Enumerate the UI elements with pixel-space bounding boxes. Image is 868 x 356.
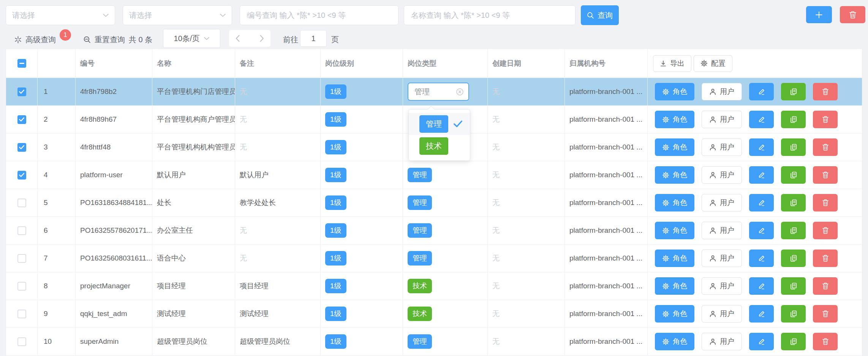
copy-button[interactable] bbox=[781, 138, 806, 156]
user-button[interactable]: 用户 bbox=[702, 222, 742, 239]
copy-icon bbox=[790, 254, 797, 262]
dropdown-option-manage[interactable]: 管理 bbox=[409, 113, 470, 135]
role-button-label: 角色 bbox=[673, 281, 687, 291]
delete-button[interactable] bbox=[813, 166, 838, 184]
add-button[interactable] bbox=[806, 6, 832, 23]
edit-button[interactable] bbox=[749, 83, 774, 100]
person-icon bbox=[709, 199, 716, 207]
gear-icon bbox=[662, 116, 669, 123]
delete-button[interactable] bbox=[813, 194, 838, 211]
type-select[interactable]: 管理 bbox=[408, 83, 469, 101]
row-org: platform-branch-001 ... bbox=[565, 328, 648, 355]
page-size-select[interactable]: 10条/页 bbox=[163, 29, 220, 48]
row-org: platform-branch-001 ... bbox=[565, 106, 648, 133]
row-type-cell: 管理 bbox=[403, 161, 488, 189]
name-search-input[interactable] bbox=[404, 5, 576, 25]
code-search-input[interactable] bbox=[240, 5, 398, 25]
clear-icon[interactable] bbox=[456, 88, 464, 96]
copy-button[interactable] bbox=[781, 111, 806, 128]
role-button[interactable]: 角色 bbox=[655, 194, 694, 211]
copy-button[interactable] bbox=[781, 222, 806, 239]
copy-button[interactable] bbox=[781, 194, 806, 211]
row-checkbox[interactable] bbox=[17, 337, 26, 346]
role-button[interactable]: 角色 bbox=[655, 250, 694, 267]
role-button[interactable]: 角色 bbox=[655, 333, 694, 350]
next-page-button[interactable] bbox=[260, 35, 264, 42]
copy-button[interactable] bbox=[781, 166, 806, 184]
user-button[interactable]: 用户 bbox=[702, 111, 742, 128]
user-button[interactable]: 用户 bbox=[702, 277, 742, 295]
copy-button[interactable] bbox=[781, 277, 806, 295]
row-name: 超级管理员岗位 bbox=[152, 328, 235, 355]
filter-select-2[interactable]: 请选择 bbox=[123, 5, 232, 25]
row-checkbox[interactable] bbox=[17, 87, 26, 96]
row-checkbox[interactable] bbox=[17, 115, 26, 124]
user-button[interactable]: 用户 bbox=[702, 250, 742, 267]
user-button[interactable]: 用户 bbox=[702, 83, 742, 100]
user-button[interactable]: 用户 bbox=[702, 166, 742, 184]
copy-button[interactable] bbox=[781, 83, 806, 100]
person-icon bbox=[709, 88, 716, 95]
reset-query-button[interactable]: 重置查询 bbox=[83, 34, 125, 45]
user-button[interactable]: 用户 bbox=[702, 194, 742, 211]
filter-select-1[interactable]: 请选择 bbox=[6, 5, 115, 25]
user-button[interactable]: 用户 bbox=[702, 333, 742, 350]
table-header: 编号 名称 备注 岗位级别 岗位类型 创建日期 归属机构号 导出 配置 bbox=[6, 49, 862, 78]
edit-button[interactable] bbox=[749, 222, 774, 239]
edit-button[interactable] bbox=[749, 333, 774, 350]
row-checkbox[interactable] bbox=[17, 282, 26, 291]
batch-delete-button[interactable] bbox=[840, 6, 865, 23]
role-button[interactable]: 角色 bbox=[655, 222, 694, 239]
config-button[interactable]: 配置 bbox=[694, 55, 732, 72]
header-name: 名称 bbox=[152, 49, 235, 78]
role-button-label: 角色 bbox=[673, 337, 687, 346]
row-name: 办公室主任 bbox=[152, 217, 235, 244]
goto-page-input[interactable] bbox=[300, 30, 327, 47]
select-all-checkbox[interactable] bbox=[17, 59, 26, 68]
copy-button[interactable] bbox=[781, 250, 806, 267]
edit-button[interactable] bbox=[749, 305, 774, 323]
row-checkbox[interactable] bbox=[17, 310, 26, 318]
edit-button[interactable] bbox=[749, 166, 774, 184]
delete-button[interactable] bbox=[813, 305, 838, 323]
row-checkbox[interactable] bbox=[17, 254, 26, 263]
export-button[interactable]: 导出 bbox=[653, 55, 691, 72]
row-checkbox[interactable] bbox=[17, 199, 26, 207]
user-button[interactable]: 用户 bbox=[702, 138, 742, 156]
row-checkbox[interactable] bbox=[17, 143, 26, 152]
row-type-cell: 技术 bbox=[403, 272, 488, 300]
delete-button[interactable] bbox=[813, 277, 838, 295]
level-tag: 1级 bbox=[325, 251, 346, 265]
edit-button[interactable] bbox=[749, 138, 774, 156]
pencil-icon bbox=[758, 116, 765, 123]
search-button[interactable]: 查询 bbox=[581, 5, 619, 25]
delete-button[interactable] bbox=[813, 333, 838, 350]
role-button[interactable]: 角色 bbox=[655, 138, 694, 156]
edit-button[interactable] bbox=[749, 111, 774, 128]
prev-page-button[interactable] bbox=[236, 35, 240, 42]
total-count-label: 共 0 条 bbox=[129, 34, 152, 45]
edit-button[interactable] bbox=[749, 250, 774, 267]
copy-button[interactable] bbox=[781, 333, 806, 350]
delete-button[interactable] bbox=[813, 111, 838, 128]
delete-button[interactable] bbox=[813, 83, 838, 100]
copy-button[interactable] bbox=[781, 305, 806, 323]
role-button[interactable]: 角色 bbox=[655, 305, 694, 323]
dropdown-option-tech[interactable]: 技术 bbox=[409, 135, 470, 157]
role-button[interactable]: 角色 bbox=[655, 166, 694, 184]
header-type: 岗位类型 bbox=[403, 49, 488, 78]
role-button[interactable]: 角色 bbox=[655, 83, 694, 100]
delete-button[interactable] bbox=[813, 138, 838, 156]
type-tag: 技术 bbox=[408, 279, 432, 293]
role-button[interactable]: 角色 bbox=[655, 111, 694, 128]
delete-button[interactable] bbox=[813, 250, 838, 267]
row-name: 项目经理 bbox=[152, 272, 235, 300]
edit-button[interactable] bbox=[749, 194, 774, 211]
role-button[interactable]: 角色 bbox=[655, 277, 694, 295]
user-button[interactable]: 用户 bbox=[702, 305, 742, 323]
row-checkbox[interactable] bbox=[17, 171, 26, 180]
delete-button[interactable] bbox=[813, 222, 838, 239]
advanced-query-button[interactable]: 高级查询 1 bbox=[14, 34, 71, 45]
edit-button[interactable] bbox=[749, 277, 774, 295]
row-checkbox[interactable] bbox=[17, 226, 26, 235]
